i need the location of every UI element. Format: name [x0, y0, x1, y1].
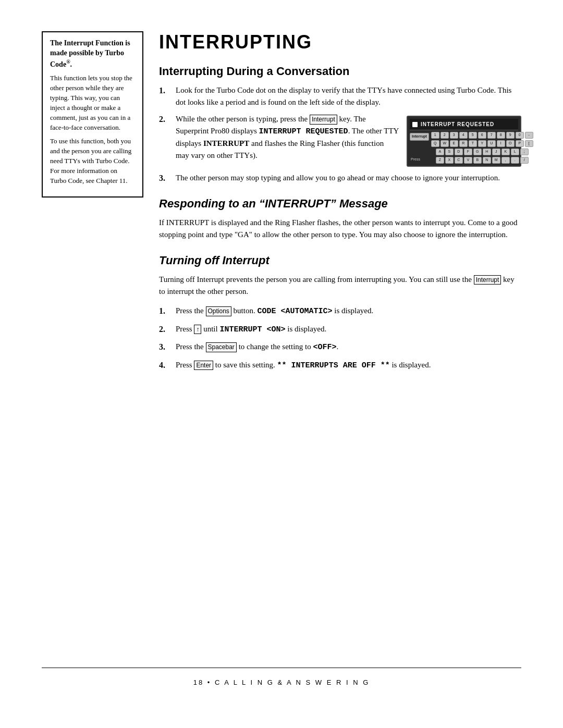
list-item-content: INTERRUPT REQUESTED Interrupt Press — [176, 113, 521, 167]
key: M — [492, 157, 500, 164]
sidebar-title: The Interrupt Function is made possible … — [50, 39, 135, 69]
keyboard-right: 1 2 3 4 5 6 7 8 — [431, 132, 533, 164]
key: 2 — [440, 132, 449, 139]
key: S — [445, 149, 454, 155]
list-item-content: Look for the Turbo Code dot on the displ… — [176, 84, 521, 108]
screen-header: INTERRUPT REQUESTED — [410, 119, 518, 130]
list-item-content: Press Enter to save this setting. ** INT… — [176, 359, 521, 372]
list-item-content: Press the Options button. CODE <AUTOMATI… — [176, 305, 521, 318]
list-item: Press ↑ until INTERRUPT <ON> is displaye… — [159, 323, 521, 336]
section1-title: Interrupting During a Conversation — [159, 65, 521, 78]
page-title: INTERRUPTING — [159, 31, 521, 53]
key-row: A S D F G H J K — [431, 149, 533, 155]
section2-title: Responding to an “INTERRUPT” Message — [159, 197, 521, 211]
sidebar-box: The Interrupt Function is made possible … — [42, 31, 143, 198]
key: J — [492, 149, 500, 155]
interrupt-image: INTERRUPT REQUESTED Interrupt Press — [407, 116, 521, 167]
key: A — [436, 149, 444, 155]
page-footer: 18 • C A L L I N G & A N S W E R I N G — [42, 668, 521, 686]
key: ; — [520, 149, 529, 155]
key: T — [469, 140, 477, 147]
key: D — [455, 149, 463, 155]
key: - — [525, 132, 533, 139]
main-content: INTERRUPTING Interrupting During a Conve… — [159, 31, 521, 668]
key: W — [440, 140, 449, 147]
list-item: The other person may stop typing and all… — [159, 172, 521, 184]
off-display: <OFF> — [313, 343, 337, 352]
press-label: Press — [410, 156, 429, 163]
key: P — [516, 140, 524, 147]
section3-title: Turning off Interrupt — [159, 254, 521, 267]
key: 6 — [478, 132, 486, 139]
list-item: INTERRUPT REQUESTED Interrupt Press — [159, 113, 521, 167]
section-responding: Responding to an “INTERRUPT” Message If … — [159, 197, 521, 241]
interrupt-screen: INTERRUPT REQUESTED Interrupt Press — [407, 116, 521, 167]
options-key: Options — [206, 306, 231, 316]
key: Y — [478, 140, 486, 147]
content-area: The Interrupt Function is made possible … — [42, 31, 521, 668]
interrupt-requested-display: INTERRUPT REQUESTED — [259, 127, 348, 136]
section2-paragraph: If INTERRUPT is displayed and the Ring F… — [159, 217, 521, 241]
key: X — [445, 157, 454, 164]
screen-header-text: INTERRUPT REQUESTED — [421, 120, 494, 128]
key: C — [455, 157, 463, 164]
key: / — [520, 157, 529, 164]
key: 8 — [497, 132, 505, 139]
list-item-text-2: While the other person is typing, press … — [176, 115, 399, 159]
section1-list: Look for the Turbo Code dot on the displ… — [159, 84, 521, 184]
section3-list: Press the Options button. CODE <AUTOMATI… — [159, 305, 521, 372]
interrupts-off-display: ** INTERRUPTS ARE OFF ** — [277, 361, 390, 370]
key: F — [464, 149, 472, 155]
key: V — [464, 157, 472, 164]
key-row: Z X C V B N M , — [431, 157, 533, 164]
sidebar-para-2: To use this function, both you and the p… — [50, 137, 135, 186]
list-item-text-3: The other person may stop typing and all… — [176, 174, 500, 182]
key: B — [473, 157, 482, 164]
arrow-key: ↑ — [194, 325, 201, 335]
superscript: ® — [66, 59, 70, 65]
key: . — [511, 157, 519, 164]
key: U — [487, 140, 496, 147]
interrupt-text: INTERRUPT — [203, 139, 249, 147]
list-item: Press the Spacebar to change the setting… — [159, 341, 521, 354]
list-item-text: Look for the Turbo Code dot on the displ… — [176, 86, 511, 106]
interrupt-key-btn: Interrupt — [410, 133, 429, 141]
interrupt-on-display: INTERRUPT <ON> — [219, 325, 285, 334]
key: 9 — [506, 132, 515, 139]
list-item: Look for the Turbo Code dot on the displ… — [159, 84, 521, 108]
key: 3 — [450, 132, 458, 139]
interrupt-key-inline-2: Interrupt — [474, 275, 501, 285]
list-item-content: Press ↑ until INTERRUPT <ON> is displaye… — [176, 323, 521, 336]
key: G — [473, 149, 482, 155]
key: O — [506, 140, 515, 147]
sidebar: The Interrupt Function is made possible … — [42, 31, 143, 668]
code-display: CODE <AUTOMATIC> — [257, 307, 332, 316]
list-item: Press Enter to save this setting. ** INT… — [159, 359, 521, 372]
interrupt-key-inline: Interrupt — [310, 115, 337, 125]
list-item: Press the Options button. CODE <AUTOMATI… — [159, 305, 521, 318]
keyboard-rows: 1 2 3 4 5 6 7 8 — [431, 132, 533, 164]
section-turning-off: Turning off Interrupt Turning off Interr… — [159, 254, 521, 372]
spacebar-key: Spacebar — [206, 342, 237, 352]
key: Z — [436, 157, 444, 164]
key: R — [459, 140, 468, 147]
enter-key: Enter — [194, 361, 213, 371]
keyboard-left-labels: Interrupt Press — [410, 132, 429, 164]
screen-indicator — [412, 122, 418, 127]
key: 4 — [459, 132, 468, 139]
key: E — [450, 140, 458, 147]
key-row: Q W E R T Y U I — [431, 140, 533, 147]
key: , — [501, 157, 510, 164]
key: 5 — [469, 132, 477, 139]
footer-text: 18 • C A L L I N G & A N S W E R I N G — [193, 678, 370, 686]
section-interrupting-during: Interrupting During a Conversation Look … — [159, 65, 521, 184]
key: I — [497, 140, 505, 147]
page: The Interrupt Function is made possible … — [0, 0, 563, 728]
list-item-content: Press the Spacebar to change the setting… — [176, 341, 521, 354]
key: [ — [525, 140, 533, 147]
list-item-content: The other person may stop typing and all… — [176, 172, 521, 184]
key: 0 — [516, 132, 524, 139]
key: H — [483, 149, 491, 155]
key: L — [511, 149, 519, 155]
keyboard-main: Interrupt Press 1 2 — [410, 132, 518, 164]
